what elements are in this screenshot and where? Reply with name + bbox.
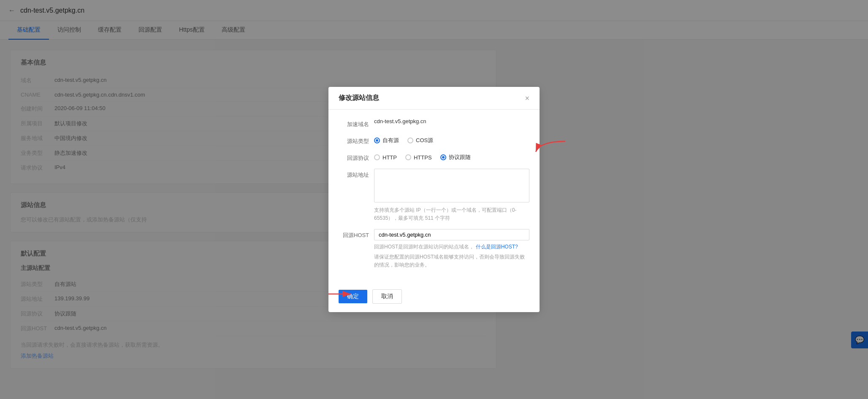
form-label-origin-type: 源站类型 (339, 135, 369, 145)
overlay: 修改源站信息 × 加速域名 cdn-test.v5.getpkg.cn 源站类型 (0, 0, 868, 387)
dialog-close-button[interactable]: × (525, 94, 529, 102)
what-is-host-link[interactable]: 什么是回源HOST? (476, 244, 518, 250)
back-origin-host-input[interactable] (374, 229, 529, 240)
radio-https[interactable]: HTTPS (405, 154, 432, 161)
dialog-title: 修改源站信息 (339, 94, 379, 102)
arrow-protocol-icon (532, 139, 570, 160)
radio-label-https: HTTPS (414, 154, 432, 161)
origin-addr-hint: 支持填充多个源站 IP（一行一个）或一个域名，可配置端口（0-65535），最多… (374, 206, 529, 222)
radio-circle-own (374, 137, 380, 143)
form-value-accel-domain: cdn-test.v5.getpkg.cn (374, 116, 426, 124)
radio-circle-http (374, 154, 380, 160)
dialog-footer: 确定 取消 (328, 284, 540, 312)
confirm-button[interactable]: 确定 (339, 290, 367, 303)
form-label-accel-domain: 加速域名 (339, 118, 369, 128)
dialog-body: 加速域名 cdn-test.v5.getpkg.cn 源站类型 自有源 (328, 110, 540, 284)
cancel-button[interactable]: 取消 (372, 289, 402, 304)
host-hint-extra: 请保证您配置的回源HOST域名能够支持访问，否则会导致回源失败的情况，影响您的业… (374, 253, 529, 269)
radio-own-origin[interactable]: 自有源 (374, 137, 399, 144)
back-origin-host-hint: 回源HOST是回源时在源站访问的站点域名， 什么是回源HOST? 请保证您配置的… (374, 243, 529, 269)
form-row-back-origin-host: 回源HOST 回源HOST是回源时在源站访问的站点域名， 什么是回源HOST? … (339, 229, 529, 269)
dialog: 修改源站信息 × 加速域名 cdn-test.v5.getpkg.cn 源站类型 (328, 87, 540, 312)
radio-label-http: HTTP (382, 154, 397, 161)
form-label-origin-addr: 源站地址 (339, 169, 369, 179)
radio-http[interactable]: HTTP (374, 154, 397, 161)
radio-cos-origin[interactable]: COS源 (407, 137, 433, 144)
form-row-origin-type: 源站类型 自有源 COS源 (339, 135, 529, 145)
radio-circle-follow (440, 154, 446, 160)
form-row-accel-domain: 加速域名 cdn-test.v5.getpkg.cn (339, 118, 529, 128)
form-row-back-origin-protocol: 回源协议 HTTP HTTPS 协议跟随 (339, 152, 529, 162)
form-label-back-origin-protocol: 回源协议 (339, 152, 369, 162)
radio-follow-protocol[interactable]: 协议跟随 (440, 154, 471, 161)
form-row-origin-addr: 源站地址 支持填充多个源站 IP（一行一个）或一个域名，可配置端口（0-6553… (339, 169, 529, 222)
origin-type-radio-group: 自有源 COS源 (374, 135, 529, 144)
form-label-back-origin-host: 回源HOST (339, 229, 369, 239)
dialog-header: 修改源站信息 × (328, 87, 540, 110)
origin-addr-textarea[interactable] (374, 169, 529, 202)
radio-label-cos: COS源 (416, 137, 433, 144)
radio-label-follow: 协议跟随 (449, 154, 471, 161)
back-origin-protocol-radio-group: HTTP HTTPS 协议跟随 (374, 152, 529, 161)
radio-label-own: 自有源 (382, 137, 399, 144)
radio-circle-cos (407, 137, 413, 143)
radio-circle-https (405, 154, 411, 160)
